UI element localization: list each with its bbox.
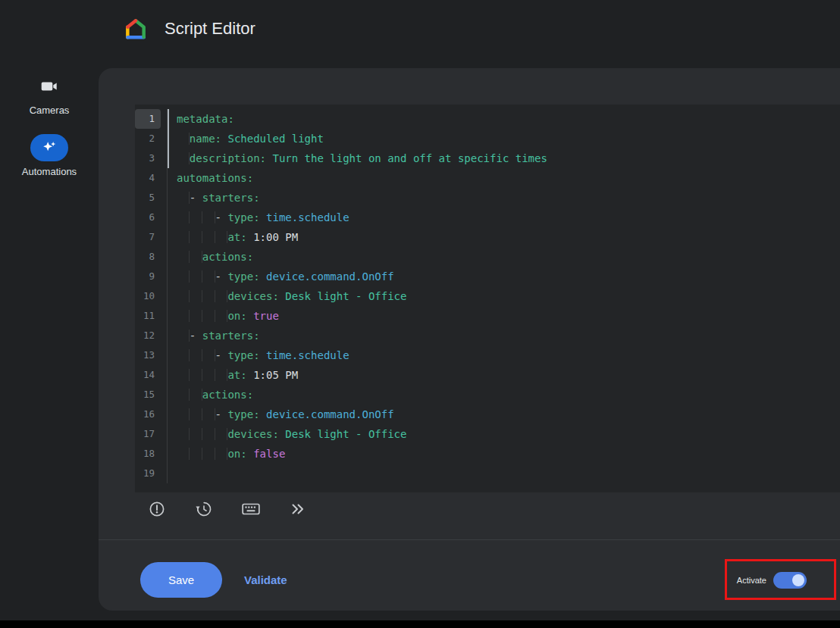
- code-line[interactable]: 13 - type: time.schedule: [135, 345, 840, 365]
- code-text: metadata:: [167, 109, 234, 129]
- line-number: 2: [135, 129, 161, 148]
- code-line[interactable]: 17 devices: Desk light - Office: [135, 424, 840, 444]
- code-text: at: 1:00 PM: [167, 227, 298, 247]
- line-number: 14: [135, 365, 161, 385]
- code-text: - type: device.command.OnOff: [167, 267, 394, 286]
- line-number: 5: [135, 188, 161, 208]
- code-lines: 1metadata:2 name: Scheduled light3 descr…: [135, 105, 840, 483]
- code-line[interactable]: 6 - type: time.schedule: [135, 208, 840, 227]
- code-line[interactable]: 19: [135, 464, 840, 483]
- code-text: actions:: [167, 385, 253, 405]
- sidebar-item-cameras[interactable]: Cameras: [30, 73, 70, 116]
- code-text: actions:: [167, 247, 253, 267]
- save-button[interactable]: Save: [140, 562, 222, 598]
- editor-toolbar: [144, 495, 311, 523]
- history-icon[interactable]: [191, 496, 217, 522]
- code-text: description: Turn the light on and off a…: [167, 148, 547, 168]
- line-number: 13: [135, 345, 161, 365]
- code-text: at: 1:05 PM: [167, 365, 298, 385]
- code-text: - type: time.schedule: [167, 208, 349, 227]
- divider: [99, 539, 840, 540]
- expand-icon[interactable]: [285, 496, 311, 522]
- code-line[interactable]: 16 - type: device.command.OnOff: [135, 405, 840, 424]
- code-text: - starters:: [167, 326, 260, 345]
- app-header: Script Editor: [124, 17, 255, 41]
- line-number: 9: [135, 267, 161, 286]
- line-number: 7: [135, 227, 161, 247]
- code-text: [167, 464, 177, 483]
- bottom-strip: [0, 620, 840, 628]
- page-title: Script Editor: [165, 19, 255, 39]
- code-text: name: Scheduled light: [167, 129, 324, 148]
- code-text: - type: time.schedule: [167, 345, 349, 365]
- validate-button[interactable]: Validate: [244, 562, 287, 598]
- code-line[interactable]: 18 on: false: [135, 444, 840, 464]
- problems-icon[interactable]: [144, 496, 170, 522]
- code-line[interactable]: 7 at: 1:00 PM: [135, 227, 840, 247]
- sidebar: Cameras Automations: [0, 68, 99, 195]
- code-line[interactable]: 9 - type: device.command.OnOff: [135, 267, 840, 286]
- editor-panel: 1metadata:2 name: Scheduled light3 descr…: [99, 68, 840, 611]
- activate-label: Activate: [737, 576, 766, 585]
- code-editor[interactable]: 1metadata:2 name: Scheduled light3 descr…: [135, 105, 840, 492]
- line-number: 10: [135, 286, 161, 306]
- sidebar-item-label: Cameras: [30, 105, 70, 116]
- code-line[interactable]: 2 name: Scheduled light: [135, 129, 840, 148]
- line-number: 11: [135, 306, 161, 326]
- line-number: 8: [135, 247, 161, 267]
- code-line[interactable]: 12 - starters:: [135, 326, 840, 345]
- keyboard-icon[interactable]: [238, 496, 264, 522]
- line-number: 18: [135, 444, 161, 464]
- code-text: automations:: [167, 168, 253, 188]
- code-text: devices: Desk light - Office: [167, 424, 406, 444]
- code-line[interactable]: 10 devices: Desk light - Office: [135, 286, 840, 306]
- code-line[interactable]: 5 - starters:: [135, 188, 840, 208]
- activate-group: Activate: [737, 562, 807, 598]
- code-text: - type: device.command.OnOff: [167, 405, 394, 424]
- line-number: 17: [135, 424, 161, 444]
- line-number: 12: [135, 326, 161, 345]
- code-text: devices: Desk light - Office: [167, 286, 406, 306]
- line-number: 4: [135, 168, 161, 188]
- script-editor-app: Script Editor Cameras Automations 1meta: [0, 0, 840, 628]
- code-text: on: false: [167, 444, 285, 464]
- code-line[interactable]: 8 actions:: [135, 247, 840, 267]
- code-line[interactable]: 14 at: 1:05 PM: [135, 365, 840, 385]
- line-number: 19: [135, 464, 161, 483]
- sidebar-item-label: Automations: [22, 166, 77, 177]
- code-text: - starters:: [167, 188, 260, 208]
- sparkle-icon: [30, 134, 68, 161]
- code-line[interactable]: 4automations:: [135, 168, 840, 188]
- camera-icon: [30, 73, 68, 100]
- toggle-knob: [792, 574, 804, 586]
- line-number: 16: [135, 405, 161, 424]
- code-line[interactable]: 11 on: true: [135, 306, 840, 326]
- code-line[interactable]: 1metadata:: [135, 109, 840, 129]
- code-line[interactable]: 15 actions:: [135, 385, 840, 405]
- activate-toggle[interactable]: [773, 572, 807, 589]
- line-number: 6: [135, 208, 161, 227]
- sidebar-item-automations[interactable]: Automations: [22, 134, 77, 177]
- line-number: 15: [135, 385, 161, 405]
- code-line[interactable]: 3 description: Turn the light on and off…: [135, 148, 840, 168]
- code-text: on: true: [167, 306, 279, 326]
- line-number: 3: [135, 148, 161, 168]
- line-number: 1: [135, 109, 161, 129]
- google-home-logo: [124, 17, 148, 41]
